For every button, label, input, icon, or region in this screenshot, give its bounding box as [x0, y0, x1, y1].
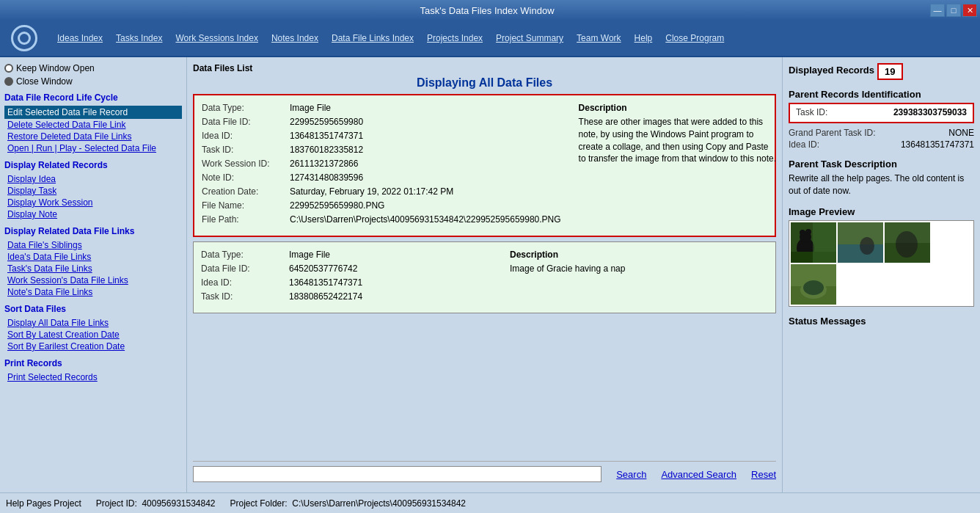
record-fields: Data Type: Image File Data File ID: 2299… — [202, 103, 561, 228]
sidebar-display-task[interactable]: Display Task — [4, 185, 182, 197]
data-type-label: Data Type: — [201, 250, 289, 260]
grand-parent-row: Grand Parent Task ID: NONE — [789, 128, 974, 138]
preview-image-1 — [791, 222, 836, 263]
logo-icon — [11, 25, 37, 51]
radio-close-window[interactable]: Close Window — [4, 76, 182, 87]
svg-point-9 — [860, 237, 874, 255]
record-description: Description These are other images that … — [573, 103, 776, 228]
task-id-value: 183760182335812 — [290, 145, 363, 155]
idea-id-label: Idea ID: — [202, 131, 290, 141]
section-display-data-links-title: Display Related Data File Links — [4, 226, 182, 236]
sidebar-siblings[interactable]: Data File's Siblings — [4, 239, 182, 251]
radio-close-circle — [4, 77, 13, 86]
data-type-row: Data Type: Image File — [202, 103, 561, 113]
sidebar-display-note[interactable]: Display Note — [4, 208, 182, 220]
data-type-value: Image File — [290, 103, 331, 113]
advanced-search-button[interactable]: Advanced Search — [661, 469, 736, 480]
work-session-id-label: Work Session ID: — [202, 159, 290, 169]
sidebar-work-session-links[interactable]: Work Session's Data File Links — [4, 274, 182, 286]
project-id-value: 400956931534842 — [142, 498, 215, 509]
task-id-label: Task ID: — [796, 107, 827, 117]
sidebar-print-selected[interactable]: Print Selected Records — [4, 371, 182, 383]
nav-team-work[interactable]: Team Work — [571, 30, 626, 46]
idea-id-value: 136481351747371 — [290, 131, 363, 141]
section-print-title: Print Records — [4, 358, 182, 368]
file-path-label: File Path: — [202, 214, 290, 225]
file-name-label: File Name: — [202, 200, 290, 211]
note-id-label: Note ID: — [202, 172, 290, 183]
image-preview-title: Image Preview — [789, 206, 974, 217]
preview-image-3 — [885, 222, 930, 263]
window-title: Task's Data Files Index Window — [44, 5, 930, 16]
table-row[interactable]: Data Type: Image File Data File ID: 6452… — [193, 241, 776, 313]
note-id-value: 127431480839596 — [290, 172, 363, 183]
nav-project-summary[interactable]: Project Summary — [490, 30, 569, 46]
displayed-records-section: Displayed Records 19 — [789, 63, 974, 80]
maximize-button[interactable]: □ — [946, 4, 961, 17]
sidebar-note-links[interactable]: Note's Data File Links — [4, 286, 182, 298]
search-bar: Search Advanced Search Reset — [193, 461, 776, 487]
radio-keep-open[interactable]: Keep Window Open — [4, 63, 182, 73]
search-input[interactable] — [193, 466, 601, 482]
sidebar-display-work-session[interactable]: Display Work Session — [4, 197, 182, 208]
sidebar-sort-earliest[interactable]: Sort By Earilest Creation Date — [4, 341, 182, 352]
status-messages-title: Status Messages — [789, 316, 974, 327]
sidebar-sort-latest[interactable]: Sort By Latest Creation Date — [4, 329, 182, 341]
table-row[interactable]: Data Type: Image File Data File ID: 2299… — [193, 94, 776, 237]
data-file-id-value: 64520537776742 — [289, 263, 357, 274]
nav-notes-index[interactable]: Notes Index — [266, 30, 324, 46]
preview-image-2 — [838, 222, 883, 263]
nav-tasks-index[interactable]: Tasks Index — [110, 30, 168, 46]
task-id-row: Task ID: 183760182335812 — [202, 145, 561, 155]
data-file-id-row: Data File ID: 229952595659980 — [202, 117, 561, 127]
creation-date-label: Creation Date: — [202, 186, 290, 197]
nav-data-file-links-index[interactable]: Data File Links Index — [326, 30, 420, 46]
idea-id-row: Idea ID: 136481351747371 — [201, 277, 492, 288]
sidebar-task-links[interactable]: Task's Data File Links — [4, 263, 182, 274]
data-file-id-label: Data File ID: — [201, 263, 289, 274]
nav-ideas-index[interactable]: Ideas Index — [51, 30, 109, 46]
sidebar-display-idea[interactable]: Display Idea — [4, 173, 182, 185]
section-lifecycle-title: Data File Record Life Cycle — [4, 92, 182, 103]
parent-task-desc: Rewrite all the help pages. The old cont… — [789, 172, 974, 197]
reset-button[interactable]: Reset — [751, 469, 776, 480]
nav-close-program[interactable]: Close Program — [659, 30, 730, 46]
minimize-button[interactable]: — — [930, 4, 945, 17]
sidebar-display-all[interactable]: Display All Data File Links — [4, 317, 182, 329]
displayed-count: 19 — [877, 63, 902, 80]
titlebar: Task's Data Files Index Window — □ ✕ — [0, 0, 980, 21]
file-name-value: 229952595659980.PNG — [290, 200, 384, 211]
task-id-box: Task ID: 239383303759033 — [789, 103, 974, 123]
sidebar-restore-links[interactable]: Restore Deleted Data File Links — [4, 131, 182, 142]
record-fields: Data Type: Image File Data File ID: 6452… — [201, 250, 492, 305]
idea-id-value: 136481351747371 — [289, 277, 362, 288]
sidebar-delete-link[interactable]: Delete Selected Data File Link — [4, 119, 182, 131]
close-window-button[interactable]: ✕ — [962, 4, 977, 17]
project-folder-label: Project Folder: — [230, 498, 288, 509]
work-session-id-row: Work Session ID: 26111321372866 — [202, 159, 561, 169]
description-title: Description — [579, 103, 776, 113]
sidebar-open-file[interactable]: Open | Run | Play - Selected Data File — [4, 142, 182, 154]
svg-point-12 — [896, 231, 918, 258]
search-button[interactable]: Search — [616, 469, 646, 480]
work-session-id-value: 26111321372866 — [290, 159, 358, 169]
main-layout: Keep Window Open Close Window Data File … — [0, 57, 980, 492]
project-folder: Project Folder: C:\Users\Darren\Projects… — [230, 498, 467, 509]
creation-date-row: Creation Date: Saturday, February 19, 20… — [202, 186, 561, 197]
sidebar-idea-links[interactable]: Idea's Data File Links — [4, 251, 182, 263]
record-description: Description Image of Gracie having a nap — [504, 250, 768, 305]
nav-help[interactable]: Help — [629, 30, 659, 46]
nav-projects-index[interactable]: Projects Index — [421, 30, 489, 46]
sidebar-edit-record[interactable]: Edit Selected Data File Record — [4, 106, 182, 119]
parent-idea-id-row: Idea ID: 136481351747371 — [789, 139, 974, 150]
nav-work-sessions-index[interactable]: Work Sessions Index — [169, 30, 264, 46]
grand-parent-value: NONE — [948, 128, 974, 138]
description-text: These are other images that were added t… — [579, 116, 776, 165]
logo-inner — [18, 32, 31, 45]
svg-point-4 — [805, 229, 811, 235]
project-id-label: Project ID: — [96, 498, 137, 509]
task-id-label: Task ID: — [202, 145, 290, 155]
records-area: Data Type: Image File Data File ID: 2299… — [193, 94, 776, 458]
content-area: Data Files List Displaying All Data File… — [187, 57, 782, 492]
task-id-row: Task ID: 239383303759033 — [796, 107, 967, 117]
